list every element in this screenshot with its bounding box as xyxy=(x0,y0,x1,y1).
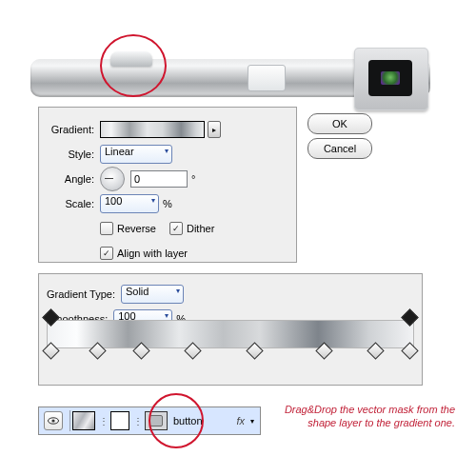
gradient-type-select[interactable]: Solid xyxy=(121,285,184,304)
scale-label: Scale: xyxy=(41,198,94,209)
style-label: Style: xyxy=(41,149,94,160)
gradient-thumbnail[interactable] xyxy=(72,411,95,430)
gradient-preview[interactable] xyxy=(100,121,205,138)
camera-illustration xyxy=(30,11,430,105)
angle-dial[interactable] xyxy=(100,167,125,191)
highlight-circle-mask xyxy=(149,393,204,448)
viewfinder-housing xyxy=(354,48,428,110)
viewfinder-glass xyxy=(381,71,400,85)
align-checkbox[interactable]: ✓ xyxy=(100,247,113,260)
gradient-fill-panel: Gradient: ▸ Style: Linear Angle: 0 ° Sca… xyxy=(38,107,297,263)
scale-select[interactable]: 100 xyxy=(100,194,159,213)
link-icon[interactable]: ⋮ xyxy=(133,416,143,426)
dither-checkbox[interactable]: ✓ xyxy=(169,222,183,235)
angle-label: Angle: xyxy=(41,173,94,185)
gradient-bar[interactable] xyxy=(47,320,414,348)
divider xyxy=(69,410,70,431)
align-label: Align with layer xyxy=(117,248,188,259)
chevron-down-icon[interactable]: ▾ xyxy=(250,417,254,426)
color-stop[interactable] xyxy=(315,342,332,359)
angle-field[interactable]: 0 xyxy=(130,170,188,188)
instruction-text: Drag&Drop the vector mask from the shape… xyxy=(268,403,455,429)
angle-unit: ° xyxy=(191,173,195,185)
dither-label: Dither xyxy=(187,223,214,234)
viewfinder-inner xyxy=(368,60,412,96)
reverse-label: Reverse xyxy=(117,223,156,234)
color-stop[interactable] xyxy=(132,342,149,359)
reverse-checkbox[interactable] xyxy=(100,222,113,235)
style-select[interactable]: Linear xyxy=(100,145,172,164)
color-stop[interactable] xyxy=(401,342,418,359)
svg-point-1 xyxy=(51,419,54,422)
cancel-button[interactable]: Cancel xyxy=(307,138,372,159)
eye-icon xyxy=(48,417,59,425)
link-icon[interactable]: ⋮ xyxy=(99,416,109,426)
color-stop[interactable] xyxy=(246,342,263,359)
color-stop[interactable] xyxy=(184,342,201,359)
gradient-picker-arrow[interactable]: ▸ xyxy=(208,121,221,138)
color-stop[interactable] xyxy=(89,342,106,359)
highlight-circle-knob xyxy=(100,34,167,97)
layer-mask-thumbnail[interactable] xyxy=(110,411,129,430)
visibility-toggle[interactable] xyxy=(44,411,63,430)
scale-unit: % xyxy=(163,198,172,209)
fx-badge[interactable]: fx xyxy=(236,415,245,426)
gradient-label: Gradient: xyxy=(41,124,94,135)
ok-button[interactable]: OK xyxy=(307,113,372,134)
gradient-type-label: Gradient Type: xyxy=(47,288,115,300)
camera-flash xyxy=(248,65,286,91)
gradient-editor-panel: Gradient Type: Solid Smoothness: 100 % xyxy=(38,273,423,386)
color-stop[interactable] xyxy=(367,342,384,359)
color-stop[interactable] xyxy=(42,342,59,359)
